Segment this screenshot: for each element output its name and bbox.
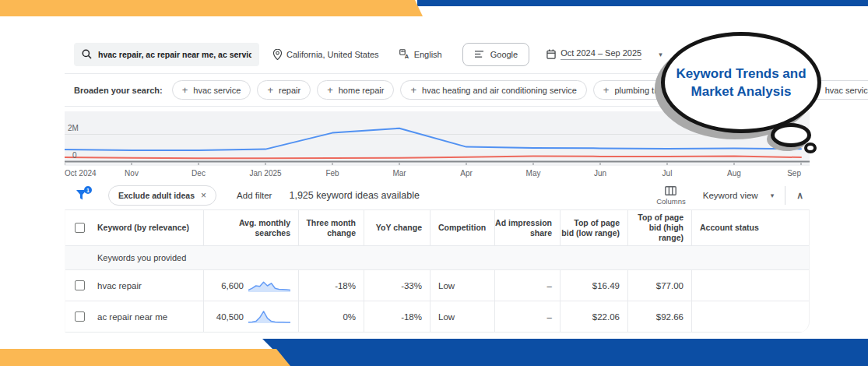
broaden-chip-label: hvac heating and air conditioning servic…	[422, 86, 577, 95]
bottom-frame-blue-bar	[262, 339, 868, 366]
filter-bar: 1 Exclude adult ideas × Add filter 1,925…	[65, 181, 810, 209]
x-axis-label: Mar	[392, 169, 406, 178]
header-top-bid-high: Top of page bid (high range)	[627, 210, 691, 245]
keyword-ideas-count: 1,925 keyword ideas available	[289, 190, 419, 201]
callout-bubble: Keyword Trends and Market Analysis	[661, 32, 821, 133]
table-header-row: Keyword (by relevance) Avg. monthly sear…	[65, 210, 809, 246]
y-axis-label-0: 0	[72, 151, 77, 160]
cell-three-month-change: -18%	[298, 270, 364, 301]
keyword-text: hvac repair	[97, 281, 142, 290]
date-range-selector[interactable]: Oct 2024 – Sep 2025 ▾	[546, 48, 662, 60]
cell-avg-monthly-searches: 6,600	[203, 270, 298, 301]
keyword-search-input[interactable]: hvac repair, ac repair near me, ac servi…	[74, 43, 259, 66]
keyword-ideas-table: Keyword (by relevance) Avg. monthly sear…	[65, 209, 810, 333]
callout-bubble-dot-small	[804, 143, 817, 153]
date-range-label: Oct 2024 – Sep 2025	[561, 48, 641, 60]
x-axis-label: Feb	[325, 169, 339, 178]
broaden-chip[interactable]: +repair	[257, 80, 311, 100]
header-three-month-change: Three month change	[298, 210, 364, 245]
broaden-chip-label: hvac service near me	[825, 86, 868, 95]
cell-top-bid-high: $92.66	[627, 301, 691, 332]
x-axis-label: Sep	[787, 169, 801, 178]
divider	[785, 186, 785, 205]
x-axis-label: May	[526, 169, 541, 178]
close-icon[interactable]: ×	[201, 190, 206, 201]
y-axis-label-2m: 2M	[68, 124, 79, 132]
select-all-checkbox[interactable]	[75, 223, 85, 233]
plus-icon: +	[603, 85, 610, 95]
location-selector[interactable]: California, United States	[273, 49, 379, 60]
x-axis-label: Jan 2025	[249, 169, 281, 178]
exclude-adult-ideas-label: Exclude adult ideas	[118, 191, 195, 200]
filter-count-badge: 1	[84, 186, 92, 194]
table-row[interactable]: hvac repair 6,600 -18% -33% Low – $16.49…	[65, 270, 809, 301]
location-pin-icon	[273, 49, 282, 60]
add-filter-button[interactable]: Add filter	[237, 191, 272, 200]
cell-account-status	[691, 270, 809, 301]
cell-avg-monthly-searches: 40,500	[203, 301, 298, 332]
avg-searches-value: 6,600	[221, 281, 244, 290]
columns-button[interactable]: Columns	[656, 186, 686, 206]
x-axis-label: Jun	[594, 169, 606, 178]
keyword-view-dropdown[interactable]: Keyword view ▾	[703, 191, 774, 200]
bottom-frame-orange-bar	[0, 349, 290, 366]
keyword-view-label: Keyword view	[703, 191, 758, 200]
plus-icon: +	[182, 85, 188, 95]
language-label: English	[414, 50, 442, 59]
cell-top-bid-low: $22.06	[560, 301, 627, 332]
broaden-chip-label: home repair	[339, 86, 385, 95]
plus-icon: +	[327, 85, 333, 95]
sparkline	[248, 309, 290, 325]
language-selector[interactable]: A English	[399, 49, 442, 59]
header-keyword: Keyword (by relevance)	[65, 210, 203, 245]
exclude-adult-ideas-chip[interactable]: Exclude adult ideas ×	[108, 185, 216, 206]
row-checkbox[interactable]	[75, 311, 85, 322]
section-keywords-you-provided: Keywords you provided	[65, 246, 809, 270]
cell-top-bid-high: $77.00	[627, 270, 691, 301]
table-row[interactable]: ac repair near me 40,500 0% -18% Low – $…	[65, 301, 809, 333]
broaden-search-label: Broaden your search:	[74, 86, 163, 95]
filter-funnel-icon[interactable]: 1	[76, 189, 88, 202]
chevron-up-icon[interactable]: ∧	[796, 190, 803, 201]
cell-ad-impression-share: –	[494, 270, 560, 301]
x-axis-label: Oct 2024	[65, 169, 97, 178]
sparkline	[248, 278, 290, 294]
top-frame-orange-bar	[0, 0, 423, 16]
location-label: California, United States	[286, 50, 379, 59]
columns-icon	[665, 186, 676, 195]
plus-icon: +	[267, 85, 273, 95]
broaden-chip-label: hvac service	[193, 86, 241, 95]
header-ad-impression-share: Ad impression share	[494, 210, 560, 245]
cell-ad-impression-share: –	[494, 301, 560, 332]
filter-bar-right: Columns Keyword view ▾ ∧	[656, 186, 810, 206]
network-label: Google	[490, 50, 518, 59]
search-icon	[82, 49, 92, 59]
top-frame-blue-bar	[417, 0, 868, 6]
row-checkbox[interactable]	[75, 280, 85, 290]
cell-keyword: ac repair near me	[65, 301, 203, 332]
broaden-chip[interactable]: +hvac service	[172, 80, 251, 100]
x-axis-label: Nov	[125, 169, 139, 178]
search-network-icon	[474, 50, 484, 58]
header-top-bid-low: Top of page bid (low range)	[560, 210, 627, 245]
chevron-down-icon[interactable]: ▾	[659, 51, 662, 58]
search-query-text: hvac repair, ac repair near me, ac servi…	[98, 50, 251, 59]
callout-line1: Keyword Trends and	[676, 65, 806, 83]
avg-searches-value: 40,500	[216, 312, 244, 322]
broaden-chip-label: repair	[279, 86, 300, 95]
header-avg-monthly-searches: Avg. monthly searches	[203, 210, 298, 245]
header-competition: Competition	[430, 210, 494, 245]
broaden-chip[interactable]: +hvac heating and air conditioning servi…	[400, 80, 586, 100]
cell-keyword: hvac repair	[65, 270, 203, 301]
translate-icon: A	[399, 49, 409, 59]
cell-yoy-change: -18%	[364, 301, 430, 332]
cell-top-bid-low: $16.49	[560, 270, 627, 301]
cell-account-status	[691, 301, 809, 332]
broaden-chip[interactable]: +home repair	[317, 80, 394, 100]
cell-yoy-change: -33%	[364, 270, 430, 301]
keyword-text: ac repair near me	[97, 312, 167, 322]
x-axis-label: Dec	[192, 169, 206, 178]
cell-competition: Low	[430, 301, 494, 332]
network-selector[interactable]: Google	[462, 43, 529, 66]
plus-icon: +	[410, 85, 416, 95]
